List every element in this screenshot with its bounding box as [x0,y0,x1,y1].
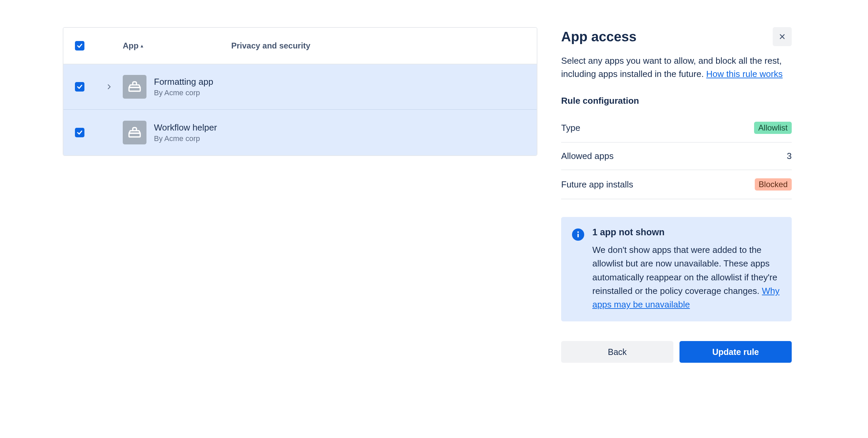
sort-asc-icon: ▴ [141,43,143,48]
rule-config-list: Type Allowlist Allowed apps 3 Future app… [561,114,792,199]
allowed-apps-count: 3 [787,151,792,161]
expand-row-button[interactable] [105,82,114,91]
chevron-right-icon [106,84,112,90]
config-row-allowed: Allowed apps 3 [561,143,792,170]
toolbox-icon [127,125,142,140]
check-icon [77,84,83,90]
app-access-panel: App access Select any apps you want to a… [561,27,792,363]
app-icon [123,75,146,99]
table-row[interactable]: Formatting app By Acme corp [63,64,537,110]
select-all-checkbox[interactable] [75,41,84,51]
info-card: 1 app not shown We don't show apps that … [561,217,792,321]
check-icon [77,43,83,49]
row-checkbox[interactable] [75,128,84,137]
svg-rect-0 [129,87,140,91]
config-row-type: Type Allowlist [561,114,792,143]
rule-config-heading: Rule configuration [561,96,792,106]
col-header-app-label: App [123,41,139,51]
close-icon [779,33,786,40]
col-header-privacy[interactable]: Privacy and security [231,41,310,51]
check-icon [77,130,83,136]
app-vendor: By Acme corp [154,134,217,143]
svg-rect-1 [129,133,140,137]
info-body-text: We don't show apps that were added to th… [592,243,781,311]
info-body-pre: We don't show apps that were added to th… [592,245,777,296]
app-name: Workflow helper [154,122,217,133]
app-name: Formatting app [154,77,213,87]
how-rule-works-link[interactable]: How this rule works [706,69,783,79]
toolbox-icon [127,79,142,94]
update-rule-button[interactable]: Update rule [679,341,792,363]
svg-rect-5 [577,234,579,237]
app-vendor: By Acme corp [154,88,213,97]
config-type-label: Type [561,123,580,133]
app-icon [123,121,146,144]
config-row-future: Future app installs Blocked [561,170,792,199]
panel-description: Select any apps you want to allow, and b… [561,54,792,81]
table-row[interactable]: Workflow helper By Acme corp [63,110,537,155]
app-table: App ▴ Privacy and security [63,27,537,156]
close-button[interactable] [773,27,792,46]
col-header-privacy-label: Privacy and security [231,41,310,51]
info-glyph-icon [576,231,580,238]
panel-title: App access [561,29,636,44]
panel-button-row: Back Update rule [561,341,792,363]
info-title: 1 app not shown [592,227,781,238]
blocked-badge: Blocked [755,178,792,191]
col-header-app[interactable]: App ▴ [123,41,143,51]
back-button[interactable]: Back [561,341,673,363]
row-checkbox[interactable] [75,82,84,92]
info-icon [572,228,584,241]
table-header: App ▴ Privacy and security [63,28,537,64]
app-table-container: App ▴ Privacy and security [63,27,537,363]
config-future-label: Future app installs [561,179,633,190]
allowlist-badge: Allowlist [754,122,792,134]
config-allowed-label: Allowed apps [561,151,614,161]
svg-point-4 [577,232,579,233]
